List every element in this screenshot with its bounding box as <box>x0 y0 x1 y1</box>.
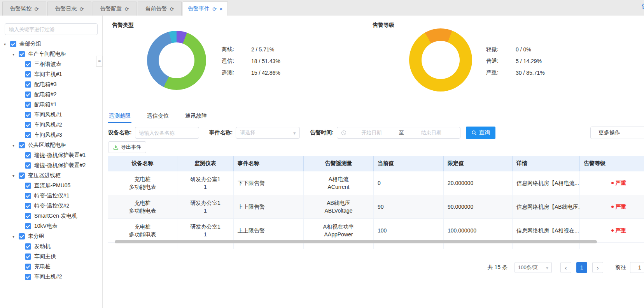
refresh-icon[interactable] <box>212 6 217 12</box>
tree-item[interactable]: 变压器进线柜 <box>0 171 102 181</box>
tree-item[interactable]: 车间主机#1 <box>0 69 102 79</box>
cell-device-name: 充电桩多功能电表 <box>108 171 177 195</box>
refresh-icon[interactable] <box>125 6 129 12</box>
tree-item[interactable]: 配电箱#2 <box>0 90 102 100</box>
prev-page-button[interactable] <box>560 262 571 273</box>
tree-item[interactable]: 瑞捷-微机保护装置#2 <box>0 160 102 171</box>
page-size-select[interactable]: 100条/页 <box>514 262 552 273</box>
tab-comm-fault[interactable]: 通讯故障 <box>184 110 208 123</box>
tree-item[interactable]: 10kV电表 <box>0 221 102 231</box>
tree-item[interactable]: 车间风机#1 <box>0 110 102 120</box>
col-meter[interactable]: 监测仪表 <box>177 156 234 171</box>
checkbox-checked[interactable] <box>19 142 25 148</box>
tab-telesignal-change[interactable]: 遥信变位 <box>146 110 170 123</box>
checkbox-checked[interactable] <box>19 172 25 179</box>
checkbox-checked[interactable] <box>25 203 31 209</box>
checkbox-checked[interactable] <box>25 223 31 229</box>
tree-item[interactable]: SmartGen-发电机 <box>0 211 102 221</box>
export-events-button[interactable]: 导出事件 <box>108 141 146 153</box>
checkbox-checked[interactable] <box>25 92 31 98</box>
tree-item[interactable]: 生产车间配电柜 <box>0 49 102 59</box>
horizontal-scrollbar[interactable] <box>115 240 597 243</box>
col-event-name[interactable]: 事件名称 <box>234 156 304 171</box>
checkbox-checked[interactable] <box>25 71 31 77</box>
tree-item[interactable]: 充电桩 <box>0 262 102 272</box>
col-device-name[interactable]: 设备名称 <box>108 156 177 171</box>
caret-down-icon[interactable] <box>4 42 10 46</box>
tree-item[interactable]: 配电箱#3 <box>0 79 102 90</box>
start-date-placeholder[interactable]: 开始日期 <box>346 129 397 136</box>
caret-down-icon[interactable] <box>12 234 19 239</box>
checkbox-checked[interactable] <box>25 243 31 250</box>
tab-alarm-event[interactable]: 告警事件 <box>183 2 228 16</box>
table-row-partial[interactable]: 充电桩 研发办公室1 <box>108 243 644 249</box>
query-button[interactable]: 查询 <box>466 127 495 139</box>
checkbox-checked[interactable] <box>19 233 25 239</box>
current-page-button[interactable]: 1 <box>576 262 587 273</box>
refresh-icon[interactable] <box>170 6 174 12</box>
checkbox-checked[interactable] <box>10 41 16 47</box>
tree-item[interactable]: 车间风机#3 <box>0 130 102 140</box>
close-icon[interactable] <box>219 5 223 12</box>
col-detail[interactable]: 详情 <box>513 156 580 171</box>
checkbox-checked[interactable] <box>25 132 31 138</box>
tree-item[interactable]: 三相谐波表 <box>0 59 102 69</box>
tree-item[interactable]: 特变-温控仪#2 <box>0 201 102 211</box>
next-page-button[interactable] <box>592 262 603 273</box>
sidebar-collapse-handle[interactable] <box>96 56 103 67</box>
tree-item[interactable]: 未分组 <box>0 231 102 241</box>
tab-alarm-config[interactable]: 告警配置 <box>93 2 136 16</box>
tree-item[interactable]: 全部分组 <box>0 39 102 49</box>
more-actions-button[interactable]: 更多操作 <box>590 127 644 139</box>
col-telemetry-qty[interactable]: 告警遥测量 <box>304 156 374 171</box>
caret-down-icon[interactable] <box>12 52 19 56</box>
device-name-input[interactable] <box>135 127 199 139</box>
date-range-picker[interactable]: 开始日期 至 结束日期 <box>337 127 460 139</box>
col-alarm-level[interactable]: 告警等级 <box>580 156 644 171</box>
tree-item[interactable]: 发动机 <box>0 241 102 252</box>
tree-item[interactable]: 特变-温控仪#1 <box>0 191 102 201</box>
checkbox-checked[interactable] <box>25 193 31 199</box>
cell-event-name: 上上限告警 <box>234 219 304 242</box>
col-limit-value[interactable]: 限定值 <box>444 156 513 171</box>
alarm-type-legend: 离线: 2 / 5.71% 遥信: 18 / 51.43% 遥测: 15 / 4… <box>222 44 280 79</box>
refresh-icon[interactable] <box>35 6 39 12</box>
tab-alarm-monitor[interactable]: 告警监控 <box>2 2 46 16</box>
tab-current-alarm[interactable]: 当前告警 <box>138 2 182 16</box>
tree-item[interactable]: 配电箱#1 <box>0 100 102 110</box>
checkbox-checked[interactable] <box>25 122 31 128</box>
goto-page-input[interactable] <box>630 262 644 273</box>
caret-down-icon[interactable] <box>12 143 19 148</box>
checkbox-checked[interactable] <box>25 253 31 260</box>
end-date-placeholder[interactable]: 结束日期 <box>406 129 457 136</box>
col-current-value[interactable]: 当前值 <box>374 156 444 171</box>
caret-down-icon[interactable] <box>12 174 19 178</box>
checkbox-checked[interactable] <box>25 264 31 270</box>
event-name-select[interactable]: 请选择 <box>236 127 300 139</box>
checkbox-checked[interactable] <box>25 183 31 189</box>
severity-dot-icon <box>611 229 614 232</box>
tab-alarm-log[interactable]: 告警日志 <box>47 2 91 16</box>
refresh-icon[interactable] <box>80 6 84 12</box>
clipped-corner-text: 告 <box>642 3 644 10</box>
checkbox-checked[interactable] <box>25 274 31 280</box>
table-row[interactable]: 充电桩多功能电表 研发办公室11 上上限告警 A相视在功率AAppPower 1… <box>108 219 644 243</box>
tree-item[interactable]: 瑞捷-微机保护装置#1 <box>0 150 102 160</box>
tree-item[interactable]: 车间主供 <box>0 252 102 262</box>
checkbox-checked[interactable] <box>25 112 31 118</box>
checkbox-checked[interactable] <box>19 51 25 57</box>
table-row[interactable]: 充电桩多功能电表 研发办公室11 下下限告警 A相电流ACurrent 0 <box>108 171 644 195</box>
tree-item[interactable]: 车间主机#2 <box>0 272 102 282</box>
checkbox-checked[interactable] <box>25 213 31 219</box>
tree-item[interactable]: 车间风机#2 <box>0 120 102 130</box>
tree-filter-input[interactable] <box>5 23 98 35</box>
table-row[interactable]: 充电桩多功能电表 研发办公室11 上上限告警 AB线电压ABLVoltage 9… <box>108 195 644 219</box>
tree-item[interactable]: 直流屏-PMU05 <box>0 181 102 191</box>
tab-telemetry-limit[interactable]: 遥测越限 <box>108 110 131 123</box>
checkbox-checked[interactable] <box>25 162 31 169</box>
checkbox-checked[interactable] <box>25 152 31 158</box>
checkbox-checked[interactable] <box>25 81 31 88</box>
tree-item[interactable]: 公共区域配电柜 <box>0 140 102 150</box>
checkbox-checked[interactable] <box>25 102 31 108</box>
checkbox-checked[interactable] <box>25 61 31 67</box>
